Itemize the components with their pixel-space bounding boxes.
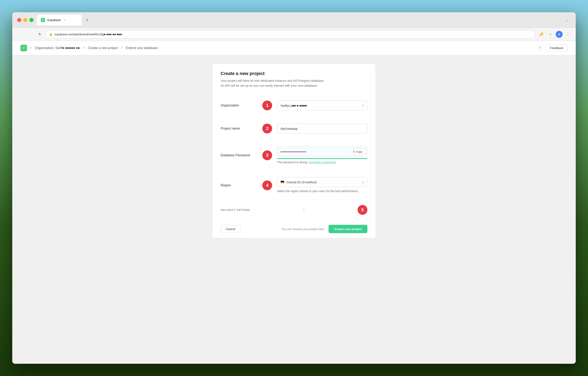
security-options-label: SECURITY OPTIONS [221, 209, 250, 211]
supabase-logo[interactable]: ⚡ [21, 45, 27, 51]
region-select[interactable]: 🇩🇪 Central EU (Frankfurt) ∨ [277, 177, 367, 187]
tab-close-button[interactable]: × [63, 18, 67, 22]
region-chevron-icon: ∨ [362, 180, 364, 184]
footer-right: You can rename your project later Create… [281, 225, 367, 233]
breadcrumb-extend-db[interactable]: Extend your database [126, 46, 158, 50]
security-chevron-icon: > [303, 208, 305, 211]
form-subtitle: Your project will have its own dedicated… [221, 78, 367, 88]
breadcrumb-org[interactable]: Organization: Swiff■ ■■■■■ ■■ [35, 46, 80, 50]
minimize-window-button[interactable] [23, 18, 27, 22]
region-row: Region 4 🇩🇪 Central EU (Frankfurt) ∨ Sel… [213, 171, 375, 200]
help-button[interactable]: ? [536, 45, 543, 51]
step-2-badge: 2 [262, 124, 272, 134]
copy-password-button[interactable]: ⎘ Copy [350, 149, 365, 155]
region-select-value: 🇩🇪 Central EU (Frankfurt) [280, 180, 317, 184]
form-header: Create a new project Your project will h… [213, 63, 375, 94]
password-strength-bar [277, 158, 367, 159]
db-password-control: ⎘ Copy This password is strong. Generate… [277, 147, 367, 164]
org-select-value: SwiftyLa■■ ■ ■■■■ [280, 104, 307, 107]
forward-button[interactable]: → [26, 31, 33, 38]
step-5-badge: 5 [358, 205, 367, 215]
feedback-button[interactable]: Feedback [545, 44, 567, 52]
password-manager-icon[interactable]: 🔑 [538, 31, 545, 38]
region-select-text: Central EU (Frankfurt) [287, 180, 317, 184]
title-bar: S Supabase × + ⌄ [12, 12, 576, 28]
project-name-row: Project name 2 [213, 117, 375, 140]
breadcrumb-create-project[interactable]: Create a new project [88, 46, 118, 50]
region-control: 🇩🇪 Central EU (Frankfurt) ∨ Select the r… [277, 177, 367, 193]
browser-window: S Supabase × + ⌄ ← → ↻ 🔒 supabase.com/da… [12, 12, 576, 364]
region-hint: Select the region closest to your users … [277, 189, 367, 193]
active-tab[interactable]: S Supabase × [37, 15, 82, 25]
org-label: Organization [221, 104, 257, 107]
new-tab-button[interactable]: + [83, 16, 91, 24]
org-control: SwiftyLa■■ ■ ■■■■ ∨ [277, 101, 367, 110]
create-project-form: Create a new project Your project will h… [212, 63, 376, 238]
generate-password-link[interactable]: Generate a password [309, 161, 336, 164]
address-bar[interactable]: 🔒 supabase.com/dashboard/new/lhhczllg■ ■… [46, 30, 535, 38]
back-button[interactable]: ← [16, 31, 24, 38]
project-name-control [277, 124, 367, 134]
profile-button[interactable]: S [556, 31, 563, 38]
breadcrumb-sep-1: > [30, 46, 32, 50]
traffic-lights [17, 18, 33, 22]
lock-icon: 🔒 [49, 33, 53, 36]
org-row: Organization 1 SwiftyLa■■ ■ ■■■■ ∨ [213, 94, 375, 117]
copy-icon: ⎘ [353, 150, 355, 153]
create-new-project-button[interactable]: Create new project [329, 225, 367, 233]
region-hint-text: Select the region closest to your users … [277, 189, 358, 193]
breadcrumb-bar: ⚡ > Organization: Swiff■ ■■■■■ ■■ > Crea… [12, 41, 576, 55]
tab-favicon: S [41, 18, 45, 22]
password-hint: This password is strong. Generate a pass… [277, 161, 367, 164]
breadcrumb-sep-3: > [121, 46, 123, 50]
nav-bar: ← → ↻ 🔒 supabase.com/dashboard/new/lhhcz… [12, 28, 576, 41]
refresh-button[interactable]: ↻ [36, 31, 43, 38]
tab-overflow-button[interactable]: ⌄ [564, 16, 571, 24]
security-row[interactable]: SECURITY OPTIONS > 5 [213, 200, 375, 220]
cancel-button[interactable]: Cancel [221, 225, 240, 233]
org-chevron-icon: ∨ [362, 104, 364, 107]
region-label: Region [221, 184, 257, 187]
form-footer: Cancel You can rename your project later… [213, 220, 375, 238]
close-window-button[interactable] [17, 18, 21, 22]
project-name-label: Project name [221, 127, 257, 130]
main-content: Create a new project Your project will h… [12, 55, 576, 364]
form-title: Create a new project [221, 71, 367, 76]
db-password-label: Database Password [221, 154, 257, 157]
maximize-window-button[interactable] [30, 18, 33, 22]
nav-actions: 🔑 ☆ S ⋮ [538, 31, 572, 38]
bookmark-icon[interactable]: ☆ [547, 31, 554, 38]
breadcrumb-actions: ? Feedback [536, 44, 567, 52]
form-subtitle-line2: An API will be set up so you can easily … [221, 84, 318, 87]
password-strength-fill [277, 158, 367, 159]
org-select[interactable]: SwiftyLa■■ ■ ■■■■ ∨ [277, 101, 367, 110]
org-select-text: SwiftyLa■■ ■ ■■■■ [280, 104, 307, 107]
step-4-badge: 4 [262, 180, 272, 190]
region-flag: 🇩🇪 [280, 180, 284, 184]
tab-title-label: Supabase [47, 18, 61, 22]
tab-bar: S Supabase × + ⌄ [37, 15, 571, 25]
breadcrumb-sep-2: > [83, 46, 85, 50]
db-password-row: Database Password 3 ⎘ Copy This pass [213, 140, 375, 171]
browser-menu-button[interactable]: ⋮ [564, 31, 572, 38]
url-text: supabase.com/dashboard/new/lhhczllg■ ■■■… [54, 33, 123, 36]
rename-hint-text: You can rename your project later [281, 228, 324, 231]
project-name-input[interactable] [277, 124, 367, 134]
form-subtitle-line1: Your project will have its own dedicated… [221, 79, 324, 82]
password-wrapper: ⎘ Copy [277, 147, 367, 157]
password-strength-text: This password is strong. [277, 161, 308, 164]
copy-label: Copy [356, 150, 362, 153]
step-1-badge: 1 [262, 101, 272, 110]
step-3-badge: 3 [262, 150, 272, 160]
